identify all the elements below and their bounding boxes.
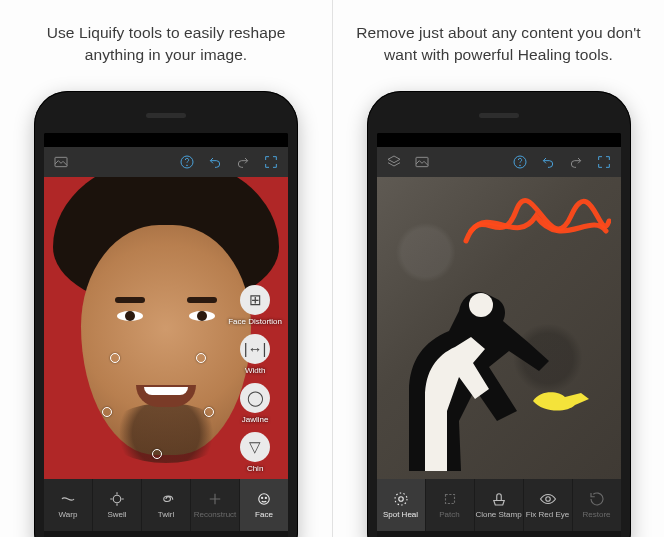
- option-label: Jawline: [242, 415, 269, 424]
- face-marker[interactable]: [196, 353, 206, 363]
- svg-point-4: [259, 494, 270, 505]
- tool-label: Face: [255, 510, 273, 519]
- svg-rect-13: [445, 495, 454, 504]
- tool-restore[interactable]: Restore: [573, 479, 621, 531]
- phone-screen-left: ⊞ Face Distortion |↔| Width ◯ Jawline ▽ …: [44, 133, 288, 537]
- fullscreen-icon[interactable]: [260, 151, 282, 173]
- stencil-figure: [389, 271, 559, 471]
- redo-icon[interactable]: [565, 151, 587, 173]
- svg-point-12: [395, 493, 407, 505]
- status-bar: [377, 133, 621, 147]
- face-marker[interactable]: [152, 449, 162, 459]
- caption-liquify: Use Liquify tools to easily reshape anyt…: [16, 22, 316, 67]
- tool-warp[interactable]: Warp: [44, 479, 93, 531]
- svg-point-3: [113, 496, 121, 504]
- tool-label: Patch: [439, 510, 459, 519]
- fullscreen-icon[interactable]: [593, 151, 615, 173]
- image-icon[interactable]: [411, 151, 433, 173]
- phone-mockup-right: Spot Heal Patch Clone Stamp Fix Red Eye …: [367, 91, 631, 537]
- svg-point-2: [187, 165, 188, 166]
- jawline-icon: ◯: [240, 383, 270, 413]
- confirm-bar-right: ✕ Healing ✓: [377, 531, 621, 537]
- svg-point-10: [469, 293, 493, 317]
- tool-row-left: Warp Swell Twirl Reconstruct Face: [44, 479, 288, 531]
- svg-point-14: [545, 497, 550, 502]
- panel-healing: Remove just about any content you don't …: [332, 0, 664, 537]
- width-icon: |↔|: [240, 334, 270, 364]
- tool-swell[interactable]: Swell: [93, 479, 142, 531]
- phone-speaker: [146, 113, 186, 118]
- tool-label: Warp: [59, 510, 78, 519]
- tool-row-right: Spot Heal Patch Clone Stamp Fix Red Eye …: [377, 479, 621, 531]
- tool-label: Spot Heal: [383, 510, 418, 519]
- canvas-left[interactable]: ⊞ Face Distortion |↔| Width ◯ Jawline ▽ …: [44, 177, 288, 479]
- confirm-bar-left: ✕ Liquify ✓: [44, 531, 288, 537]
- chin-icon: ▽: [240, 432, 270, 462]
- caption-healing: Remove just about any content you don't …: [349, 22, 649, 67]
- layers-icon[interactable]: [383, 151, 405, 173]
- portrait-face: [81, 225, 251, 455]
- phone-speaker: [479, 113, 519, 118]
- option-label: Width: [245, 366, 265, 375]
- option-face-distortion[interactable]: ⊞ Face Distortion: [228, 285, 282, 326]
- tool-clone-stamp[interactable]: Clone Stamp: [475, 479, 524, 531]
- phone-screen-right: Spot Heal Patch Clone Stamp Fix Red Eye …: [377, 133, 621, 537]
- tool-fix-red-eye[interactable]: Fix Red Eye: [524, 479, 573, 531]
- tool-spot-heal[interactable]: Spot Heal: [377, 479, 426, 531]
- tool-label: Twirl: [158, 510, 174, 519]
- tool-label: Clone Stamp: [475, 510, 521, 519]
- tool-label: Fix Red Eye: [526, 510, 570, 519]
- face-marker[interactable]: [110, 353, 120, 363]
- face-marker[interactable]: [204, 407, 214, 417]
- top-toolbar-left: [44, 147, 288, 177]
- tool-face[interactable]: Face: [240, 479, 288, 531]
- tool-label: Swell: [107, 510, 126, 519]
- option-jawline[interactable]: ◯ Jawline: [228, 383, 282, 424]
- option-width[interactable]: |↔| Width: [228, 334, 282, 375]
- status-bar: [44, 133, 288, 147]
- phone-mockup-left: ⊞ Face Distortion |↔| Width ◯ Jawline ▽ …: [34, 91, 298, 537]
- help-icon[interactable]: [509, 151, 531, 173]
- canvas-right[interactable]: [377, 177, 621, 479]
- tool-reconstruct[interactable]: Reconstruct: [191, 479, 240, 531]
- undo-icon[interactable]: [204, 151, 226, 173]
- image-icon[interactable]: [50, 151, 72, 173]
- option-label: Face Distortion: [228, 317, 282, 326]
- face-marker[interactable]: [102, 407, 112, 417]
- redo-icon[interactable]: [232, 151, 254, 173]
- svg-point-5: [262, 498, 263, 499]
- option-chin[interactable]: ▽ Chin: [228, 432, 282, 473]
- tool-label: Reconstruct: [194, 510, 237, 519]
- graffiti-scribble: [461, 191, 611, 261]
- option-label: Chin: [247, 464, 263, 473]
- tool-twirl[interactable]: Twirl: [142, 479, 191, 531]
- tool-label: Restore: [582, 510, 610, 519]
- help-icon[interactable]: [176, 151, 198, 173]
- top-toolbar-right: [377, 147, 621, 177]
- tool-patch[interactable]: Patch: [426, 479, 475, 531]
- svg-point-6: [265, 498, 266, 499]
- face-distortion-icon: ⊞: [240, 285, 270, 315]
- svg-point-9: [519, 165, 520, 166]
- undo-icon[interactable]: [537, 151, 559, 173]
- face-option-list: ⊞ Face Distortion |↔| Width ◯ Jawline ▽ …: [228, 285, 282, 473]
- panel-liquify: Use Liquify tools to easily reshape anyt…: [0, 0, 332, 537]
- svg-point-11: [398, 497, 403, 502]
